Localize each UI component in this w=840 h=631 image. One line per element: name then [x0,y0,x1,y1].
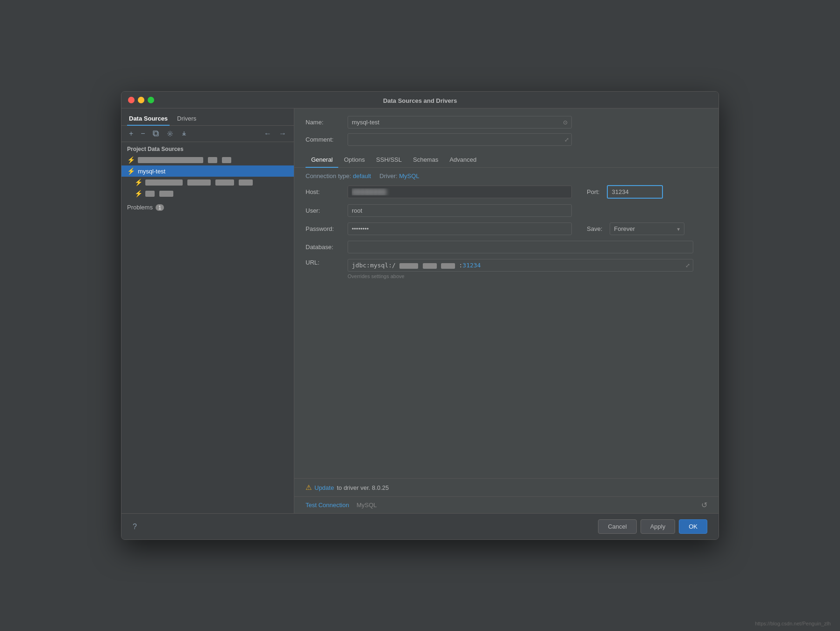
minimize-button[interactable] [138,97,144,103]
ok-button[interactable]: OK [679,519,707,534]
sidebar-tabs: Data Sources Drivers [121,108,294,126]
sidebar-item-blurred3[interactable]: ⚡ [121,188,294,199]
url-input-wrap: jdbc:mysql:/ :31234 ⤢ [348,259,693,272]
db-icon-mysql-test: ⚡ [127,167,135,175]
conn-driver-label: Driver: [379,172,397,179]
update-text: to driver ver. 8.0.25 [337,484,389,491]
comment-input[interactable] [348,133,572,146]
footer-url: https://blog.csdn.net/Penguin_zlh [755,621,831,626]
reset-button[interactable]: ↺ [701,501,707,509]
maximize-button[interactable] [148,97,154,103]
dialog: Data Sources and Drivers Data Sources Dr… [121,91,719,540]
url-row: URL: jdbc:mysql:/ :31234 ⤢ [306,259,707,272]
tab-drivers[interactable]: Drivers [175,112,198,126]
svg-rect-1 [153,131,157,135]
comment-row: Comment: ⤢ [306,133,707,146]
svg-rect-0 [154,132,158,136]
tab-data-sources[interactable]: Data Sources [127,112,170,126]
url-text: jdbc:mysql:/ :31234 [352,262,481,269]
help-button[interactable]: ? [133,523,137,531]
save-select[interactable]: Forever Until restart Never [610,222,684,235]
forward-button[interactable]: → [277,129,288,139]
update-link[interactable]: Update [314,484,334,491]
url-hint: Overrides settings above [348,273,707,279]
host-label: Host: [306,188,348,195]
conn-type-value[interactable]: default [353,172,371,179]
name-row: Name: mysql-test ⊙ [306,116,707,129]
database-row: Database: [306,241,707,253]
test-connection-driver: MySQL [356,502,377,509]
svg-point-2 [169,133,171,135]
password-label: Password: [306,225,348,232]
warning-icon: ⚠ [306,483,312,492]
tab-general[interactable]: General [306,152,338,168]
sidebar: Data Sources Drivers + − [121,108,294,513]
host-input[interactable] [348,186,572,198]
db-icon-2: ⚡ [135,179,142,186]
name-input[interactable]: mysql-test ⊙ [348,116,572,129]
save-select-wrapper: Forever Until restart Never [610,222,684,235]
dialog-buttons: ? Cancel Apply OK [121,513,719,539]
host-row: Host: Port: [306,185,707,199]
save-label: Save: [587,225,602,232]
test-connection-bar: Test Connection MySQL ↺ [294,496,719,513]
title-bar: Data Sources and Drivers [121,92,719,108]
add-datasource-button[interactable]: + [127,129,135,139]
sidebar-item-mysql-test[interactable]: ⚡ mysql-test [121,165,294,177]
sidebar-item-blurred1[interactable]: ⚡ [121,154,294,165]
back-button[interactable]: ← [262,129,273,139]
database-input[interactable] [348,241,693,253]
tab-ssh-ssl[interactable]: SSH/SSL [370,152,407,168]
test-connection-link[interactable]: Test Connection [306,502,349,509]
user-row: User: [306,204,707,217]
tab-options[interactable]: Options [338,152,370,168]
form-section: Name: mysql-test ⊙ Comment: ⤢ [294,108,719,151]
import-button[interactable] [179,129,189,138]
conn-type-label: Connection type: [306,172,351,179]
problems-section: Problems 1 [121,199,294,215]
user-label: User: [306,207,348,214]
tab-advanced[interactable]: Advanced [444,152,482,168]
footer-left: ? [133,523,594,531]
main-panel: Name: mysql-test ⊙ Comment: ⤢ [294,108,719,513]
user-input[interactable] [348,204,572,217]
cancel-button[interactable]: Cancel [598,519,636,534]
password-input[interactable] [348,222,572,235]
db-icon-3: ⚡ [135,190,142,197]
fields-section: Host: Port: User: Password: [294,182,719,282]
section-label: Project Data Sources [121,142,294,154]
comment-expand-icon: ⤢ [564,136,569,143]
copy-datasource-button[interactable] [151,129,161,138]
database-label: Database: [306,244,348,251]
password-row: Password: Save: Forever Until restart Ne… [306,222,707,235]
tab-schemas[interactable]: Schemas [407,152,444,168]
name-label: Name: [306,119,348,126]
tabs-bar: General Options SSH/SSL Schemas Advanced [294,152,719,168]
url-label: URL: [306,259,348,266]
sidebar-toolbar: + − [121,126,294,142]
save-group: Save: Forever Until restart Never [587,222,684,235]
content: Data Sources Drivers + − [121,108,719,513]
update-notice: ⚠ Update to driver ver. 8.0.25 [294,479,719,496]
url-expand-icon: ⤢ [685,262,690,269]
settings-button[interactable] [165,129,175,138]
remove-datasource-button[interactable]: − [139,129,147,139]
port-input[interactable] [607,185,663,199]
conn-driver-value[interactable]: MySQL [399,172,419,179]
mysql-test-label: mysql-test [138,168,165,175]
name-expand-icon: ⊙ [563,119,568,126]
bottom-bar: ⚠ Update to driver ver. 8.0.25 Test Conn… [294,478,719,513]
problems-label: Problems [127,204,153,211]
traffic-lights [128,97,154,103]
comment-label: Comment: [306,136,348,143]
port-group: Port: [587,185,663,199]
port-label: Port: [587,188,599,195]
dialog-title: Data Sources and Drivers [383,97,457,104]
db-icon-1: ⚡ [127,156,135,164]
connection-info: Connection type: default Driver: MySQL [294,168,719,182]
apply-button[interactable]: Apply [641,519,676,534]
problems-badge: 1 [156,204,164,211]
sidebar-item-blurred2[interactable]: ⚡ [121,177,294,188]
close-button[interactable] [128,97,135,103]
